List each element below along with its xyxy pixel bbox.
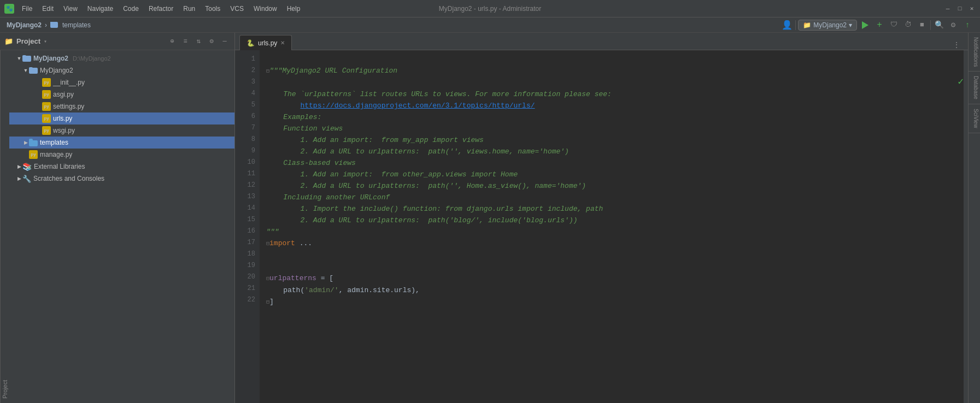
tree-wsgi-py[interactable]: py wsgi.py <box>9 125 234 137</box>
search-button[interactable]: 🔍 <box>933 19 945 31</box>
menu-window[interactable]: Window <box>249 4 281 14</box>
line-num-16: 16 <box>235 226 255 237</box>
locate-file-button[interactable]: ⊕ <box>167 36 178 47</box>
menu-run[interactable]: Run <box>179 4 199 14</box>
line-num-20: 20 <box>235 271 255 283</box>
line-9-content: Class-based views <box>266 159 356 167</box>
tree-arrow-inner: ▼ <box>22 68 29 73</box>
menu-view[interactable]: View <box>59 4 82 14</box>
line-num-2: 2 <box>235 65 255 76</box>
line-num-12: 12 <box>235 180 255 191</box>
minimize-button[interactable]: — <box>944 5 952 13</box>
add-config-button[interactable]: + <box>873 19 885 31</box>
tree-init-py[interactable]: py __init__.py <box>9 76 234 88</box>
tab-urls-py[interactable]: 🐍 urls.py ✕ <box>239 35 292 50</box>
line-num-4: 4 <box>235 88 255 99</box>
tab-close-button[interactable]: ✕ <box>280 40 285 46</box>
tab-more-button[interactable]: ⋮ <box>949 40 964 50</box>
line-13-content: 1. Import the include() function: from d… <box>266 205 603 213</box>
settings-panel-button[interactable]: ⚙ <box>206 36 217 47</box>
menu-navigate[interactable]: Navigate <box>83 4 118 14</box>
line-15-content: """ <box>266 228 279 236</box>
vertical-project-label[interactable]: Project <box>0 50 9 403</box>
file-tree: ▼ MyDjango2 D:\MyDjango2 ▼ <box>9 50 234 403</box>
templates-folder-icon <box>29 139 38 146</box>
settings-button[interactable]: ⚙ <box>947 19 959 31</box>
tree-arrow-scratches: ▶ <box>16 176 22 181</box>
line-4-url[interactable]: https://docs.djangoproject.com/en/3.1/to… <box>300 102 535 110</box>
tree-scratches[interactable]: ▶ 🔧 Scratches and Consoles <box>9 173 234 185</box>
menu-code[interactable]: Code <box>119 4 143 14</box>
stop-button[interactable]: ■ <box>916 19 928 31</box>
tree-label-urls: urls.py <box>53 115 72 122</box>
breadcrumb-folder-name[interactable]: templates <box>62 21 91 29</box>
tree-label-external: External Libraries <box>34 163 85 170</box>
line-num-17: 17 <box>235 237 255 248</box>
settings-py-icon: py <box>42 102 51 111</box>
tree-label-settings: settings.py <box>53 103 84 110</box>
coverage-button[interactable]: 🛡 <box>888 19 900 31</box>
tree-label-asgi: asgi.py <box>53 91 74 98</box>
tree-arrow-external: ▶ <box>16 164 22 169</box>
menu-bar: File Edit View Navigate Code Refactor Ru… <box>17 4 304 14</box>
line-4-prefix <box>266 102 300 110</box>
line-num-6: 6 <box>235 111 255 122</box>
tree-arrow-templates: ▶ <box>22 140 29 145</box>
panel-folder-icon: 📁 <box>4 37 13 46</box>
line-16-import: import <box>269 239 295 247</box>
panel-title-arrow[interactable]: ▾ <box>44 38 47 45</box>
panel-title: Project <box>16 37 40 45</box>
tree-mydjango2-inner[interactable]: ▼ MyDjango2 <box>9 64 234 76</box>
scrollbar[interactable] <box>964 50 968 403</box>
project-selector[interactable]: 📁 MyDjango2 ▾ <box>798 20 857 31</box>
line-12-content: Including another URLconf <box>266 193 390 202</box>
tab-bar: 🐍 urls.py ✕ ⋮ <box>235 33 968 50</box>
app-icon: 🐾 <box>4 4 14 14</box>
tree-label-templates: templates <box>40 139 68 146</box>
menu-edit[interactable]: Edit <box>38 4 58 14</box>
tree-settings-py[interactable]: py settings.py <box>9 100 234 112</box>
breadcrumb-project[interactable]: MyDjango2 <box>7 21 42 29</box>
tree-arrow-root: ▼ <box>16 56 22 61</box>
tree-external-libs[interactable]: ▶ 📚 External Libraries <box>9 161 234 173</box>
line-num-13: 13 <box>235 191 255 203</box>
menu-help[interactable]: Help <box>283 4 305 14</box>
line-num-7: 7 <box>235 122 255 134</box>
menu-tools[interactable]: Tools <box>201 4 225 14</box>
code-content[interactable]: ⊟"""MyDjango2 URL Configuration The `url… <box>260 50 964 403</box>
tree-label-manage: manage.py <box>40 151 72 158</box>
notifications-tab[interactable]: Notifications <box>969 33 980 72</box>
tree-root-mydjango2[interactable]: ▼ MyDjango2 D:\MyDjango2 <box>9 52 234 64</box>
collapse-all-button[interactable]: ≡ <box>180 36 191 47</box>
line-21-content: ] <box>269 298 274 306</box>
maximize-button[interactable]: □ <box>956 5 964 13</box>
hide-panel-button[interactable]: — <box>219 36 230 47</box>
close-button[interactable]: ✕ <box>968 5 976 13</box>
tree-manage-py[interactable]: py manage.py <box>9 149 234 161</box>
line-19-var: urlpatterns <box>269 274 316 282</box>
root-path: D:\MyDjango2 <box>73 55 111 62</box>
line-20-string: 'admin/' <box>304 286 338 294</box>
right-sidebar: Notifications Database SciView <box>968 33 980 403</box>
tree-templates[interactable]: ▶ templates <box>9 137 234 149</box>
update-button[interactable]: ↑ <box>961 19 973 31</box>
line-num-8: 8 <box>235 134 255 145</box>
line-20-indent <box>266 286 283 294</box>
tree-urls-py[interactable]: py urls.py <box>9 112 234 125</box>
tree-asgi-py[interactable]: py asgi.py <box>9 88 234 100</box>
filter-button[interactable]: ⇅ <box>193 36 204 47</box>
menu-file[interactable]: File <box>17 4 37 14</box>
database-tab[interactable]: Database <box>969 72 980 104</box>
profile-button[interactable]: ⏱ <box>902 19 914 31</box>
title-bar: 🐾 File Edit View Navigate Code Refactor … <box>0 0 980 17</box>
menu-vcs[interactable]: VCS <box>226 4 248 14</box>
window-controls: — □ ✕ <box>944 5 976 13</box>
line-num-5: 5 <box>235 99 255 111</box>
project-selector-name: MyDjango2 <box>813 21 847 29</box>
user-icon[interactable]: 👤 <box>781 19 793 31</box>
run-button[interactable] <box>859 19 871 31</box>
menu-refactor[interactable]: Refactor <box>144 4 178 14</box>
line-num-11: 11 <box>235 168 255 180</box>
folder-icon <box>50 22 58 28</box>
sciview-tab[interactable]: SciView <box>969 104 980 133</box>
